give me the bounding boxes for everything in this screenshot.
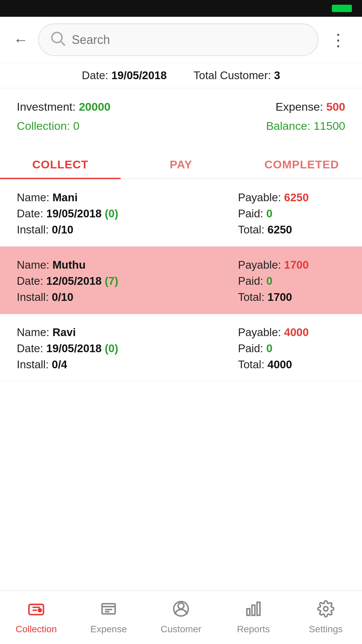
- header: ← ⋮: [0, 17, 362, 63]
- nav-label-expense: Expense: [90, 624, 127, 635]
- svg-rect-11: [252, 605, 255, 615]
- collection-icon: [27, 600, 45, 621]
- item-right-1: Payable: 6250 Paid: 0 Total: 6250: [238, 191, 345, 236]
- nav-label-collection: Collection: [16, 624, 57, 635]
- nav-item-reports[interactable]: Reports: [217, 600, 290, 635]
- nav-item-settings[interactable]: Settings: [290, 600, 362, 635]
- nav-item-collection[interactable]: Collection: [0, 600, 72, 635]
- bottom-nav: Collection Expense Customer: [0, 590, 362, 644]
- item-payable-3: Payable: 4000: [238, 326, 345, 339]
- item-name-1: Name: Mani: [17, 191, 118, 204]
- item-right-3: Payable: 4000 Paid: 0 Total: 4000: [238, 326, 345, 371]
- collection-link[interactable]: Collection: 0: [17, 119, 79, 132]
- summary-row-2: Collection: 0 Balance: 11500: [17, 119, 345, 132]
- status-bar: [0, 0, 362, 17]
- settings-icon: [317, 600, 335, 621]
- item-right-2: Payable: 1700 Paid: 0 Total: 1700: [238, 259, 345, 304]
- summary-section: Investment: 20000 Expense: 500 Collectio…: [0, 88, 362, 145]
- investment-item: Investment: 20000: [17, 100, 111, 113]
- back-button[interactable]: ←: [10, 28, 32, 52]
- nav-label-reports: Reports: [237, 624, 270, 635]
- item-left-3: Name: Ravi Date: 19/05/2018 (0) Install:…: [17, 326, 118, 371]
- svg-point-8: [178, 603, 184, 609]
- sub-header: Date: 19/05/2018 Total Customer: 3: [0, 63, 362, 88]
- date-info: Date: 19/05/2018: [82, 69, 167, 82]
- item-paid-3: Paid: 0: [238, 342, 345, 355]
- total-customer-info: Total Customer: 3: [193, 69, 280, 82]
- balance-item[interactable]: Balance: 11500: [266, 119, 345, 132]
- expense-item: Expense: 500: [276, 100, 345, 113]
- tabs-bar: COLLECT PAY COMPLETED: [0, 149, 362, 179]
- battery-icon: [332, 5, 352, 12]
- item-date-3: Date: 19/05/2018 (0): [17, 342, 118, 355]
- more-options-button[interactable]: ⋮: [325, 27, 352, 53]
- list-item[interactable]: Name: Ravi Date: 19/05/2018 (0) Install:…: [0, 314, 362, 381]
- item-payable-2: Payable: 1700: [238, 259, 345, 271]
- item-paid-2: Paid: 0: [238, 275, 345, 287]
- investment-value: 20000: [79, 100, 111, 113]
- item-left-2: Name: Muthu Date: 12/05/2018 (7) Install…: [17, 259, 118, 304]
- item-paid-1: Paid: 0: [238, 207, 345, 220]
- item-install-2: Install: 0/10: [17, 291, 118, 304]
- svg-point-3: [39, 609, 42, 612]
- collect-list: Name: Mani Date: 19/05/2018 (0) Install:…: [0, 179, 362, 381]
- list-item[interactable]: Name: Muthu Date: 12/05/2018 (7) Install…: [0, 247, 362, 314]
- nav-item-customer[interactable]: Customer: [145, 600, 217, 635]
- customer-icon: [172, 600, 190, 621]
- reports-icon: [245, 600, 262, 621]
- tab-pay[interactable]: PAY: [121, 149, 241, 178]
- balance-link[interactable]: Balance: 11500: [266, 119, 345, 132]
- search-bar[interactable]: [38, 23, 318, 56]
- svg-rect-10: [247, 609, 250, 615]
- tab-collect[interactable]: COLLECT: [0, 149, 121, 178]
- expense-value: 500: [326, 100, 345, 113]
- summary-row-1: Investment: 20000 Expense: 500: [17, 100, 345, 113]
- item-date-1: Date: 19/05/2018 (0): [17, 207, 118, 220]
- svg-rect-12: [257, 602, 260, 615]
- svg-line-1: [61, 42, 65, 46]
- svg-point-0: [52, 33, 62, 43]
- tab-completed[interactable]: COMPLETED: [241, 149, 362, 178]
- item-name-3: Name: Ravi: [17, 326, 118, 339]
- svg-point-13: [324, 607, 328, 611]
- item-install-3: Install: 0/4: [17, 358, 118, 371]
- nav-label-settings: Settings: [309, 624, 343, 635]
- item-name-2: Name: Muthu: [17, 259, 118, 271]
- date-value: 19/05/2018: [111, 69, 167, 82]
- item-date-2: Date: 12/05/2018 (7): [17, 275, 118, 287]
- list-item[interactable]: Name: Mani Date: 19/05/2018 (0) Install:…: [0, 179, 362, 247]
- search-icon: [49, 30, 66, 50]
- expense-icon: [100, 600, 117, 621]
- item-payable-1: Payable: 6250: [238, 191, 345, 204]
- item-total-1: Total: 6250: [238, 223, 345, 236]
- collection-item[interactable]: Collection: 0: [17, 119, 79, 132]
- item-total-3: Total: 4000: [238, 358, 345, 371]
- item-left-1: Name: Mani Date: 19/05/2018 (0) Install:…: [17, 191, 118, 236]
- item-install-1: Install: 0/10: [17, 223, 118, 236]
- total-customer-value: 3: [274, 69, 280, 82]
- search-input[interactable]: [72, 33, 308, 47]
- item-total-2: Total: 1700: [238, 291, 345, 304]
- nav-item-expense[interactable]: Expense: [72, 600, 145, 635]
- nav-label-customer: Customer: [161, 624, 201, 635]
